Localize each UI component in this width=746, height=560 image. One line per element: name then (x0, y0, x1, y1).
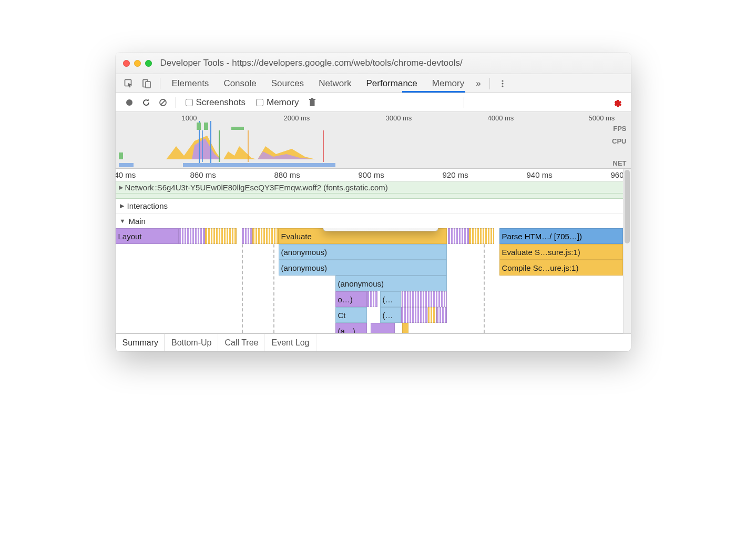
main-label: Main (128, 217, 146, 226)
svg-rect-11 (311, 98, 313, 99)
svg-rect-9 (310, 100, 315, 106)
svg-point-3 (502, 80, 503, 82)
flame-slice[interactable] (448, 228, 469, 244)
checkbox-icon (186, 99, 193, 106)
event-log-tab[interactable]: Event Log (265, 334, 316, 351)
ruler-tick: 960 (611, 170, 624, 179)
flame-slice[interactable] (179, 228, 205, 244)
device-toggle-icon[interactable] (142, 79, 151, 88)
svg-point-4 (502, 83, 503, 84)
flame-slice[interactable] (427, 307, 436, 323)
settings-gear-icon[interactable] (612, 98, 621, 107)
frames-row[interactable] (116, 194, 631, 199)
net-bar (183, 163, 335, 167)
screenshots-checkbox[interactable]: Screenshots (186, 97, 246, 108)
overview-tick: 1000 (182, 114, 197, 122)
flame-slice[interactable] (242, 228, 252, 244)
interactions-label: Interactions (127, 201, 168, 210)
traffic-lights (123, 60, 152, 67)
flame-paren[interactable]: (… (380, 307, 401, 323)
context-menu: Save profile… Load profile… (323, 228, 438, 231)
separator (160, 78, 160, 89)
ruler-tick: 900 ms (359, 170, 384, 179)
svg-rect-18 (231, 127, 244, 130)
flame-ruler[interactable]: 40 ms 860 ms 880 ms 900 ms 920 ms 940 ms… (116, 169, 631, 181)
trash-icon[interactable] (308, 98, 316, 107)
flame-slice[interactable] (401, 291, 447, 307)
timeline-overview[interactable]: 1000 2000 ms 3000 ms 4000 ms 5000 ms FPS… (116, 112, 631, 169)
separator (464, 97, 464, 108)
scrollbar-thumb[interactable] (625, 170, 630, 243)
clear-icon[interactable] (159, 98, 167, 107)
tab-elements[interactable]: Elements (165, 74, 217, 93)
flame-o[interactable]: o…) (335, 291, 367, 307)
ruler-tick: 880 ms (274, 170, 300, 179)
screenshots-label: Screenshots (196, 97, 246, 108)
svg-rect-2 (146, 82, 150, 88)
separator (176, 97, 176, 108)
summary-tab[interactable]: Summary (116, 333, 165, 351)
chevron-right-icon: ▶ (120, 202, 124, 209)
tab-memory[interactable]: Memory (425, 74, 472, 93)
menu-load-profile[interactable]: Load profile… (323, 228, 438, 231)
tab-sources[interactable]: Sources (264, 74, 311, 93)
tab-network[interactable]: Network (311, 74, 359, 93)
interactions-section[interactable]: ▶ Interactions (116, 199, 631, 213)
flame-slice[interactable] (402, 323, 408, 333)
ruler-tick: 40 ms (116, 170, 136, 179)
flame-anonymous[interactable]: (anonymous) (279, 260, 447, 276)
record-icon[interactable] (125, 98, 134, 107)
flame-layout[interactable]: Layout (116, 228, 179, 244)
flame-slice[interactable] (205, 228, 237, 244)
tabs-overflow[interactable]: » (472, 74, 485, 93)
flame-slice[interactable] (436, 307, 447, 323)
call-tree-tab[interactable]: Call Tree (218, 334, 265, 351)
network-row[interactable]: ▶ Network :S6g4U3t-Y5UEw0lE80llgEseQY3FE… (116, 181, 631, 194)
flame-slice[interactable] (469, 228, 494, 244)
flame-a[interactable]: (a…) (335, 323, 367, 333)
svg-point-6 (126, 99, 132, 106)
devtools-window: Developer Tools - https://developers.goo… (116, 53, 631, 351)
tab-console[interactable]: Console (216, 74, 263, 93)
flame-anonymous[interactable]: (anonymous) (335, 276, 447, 291)
main-section[interactable]: ▼ Main (116, 213, 631, 228)
svg-point-5 (502, 85, 503, 87)
detail-tabs: Summary Bottom-Up Call Tree Event Log (116, 333, 631, 351)
ruler-tick: 920 ms (443, 170, 468, 179)
minimize-icon[interactable] (134, 60, 141, 67)
memory-label: Memory (267, 97, 299, 108)
close-icon[interactable] (123, 60, 130, 67)
svg-line-8 (161, 100, 165, 105)
inspect-icon[interactable] (124, 79, 134, 88)
flame-paren[interactable]: (… (380, 291, 401, 307)
net-bar (119, 163, 134, 167)
flame-slice[interactable] (401, 307, 427, 323)
vertical-scrollbar[interactable] (623, 169, 631, 333)
ruler-tick: 860 ms (190, 170, 216, 179)
memory-checkbox[interactable]: Memory (256, 97, 299, 108)
svg-rect-17 (204, 123, 208, 130)
network-row-file: :S6g4U3t-Y5UEw0lE80llgEseQY3FEmqw.woff2 … (155, 183, 388, 192)
network-row-label: Network (125, 183, 154, 192)
chevron-right-icon: ▶ (119, 184, 123, 191)
flame-evaluate-s[interactable]: Evaluate S…sure.js:1) (499, 244, 623, 260)
kebab-menu-icon[interactable] (498, 79, 507, 88)
flame-chart[interactable]: Layout Evaluate Parse HTM…/ [705…]) (ano… (116, 228, 631, 333)
bottom-up-tab[interactable]: Bottom-Up (165, 334, 218, 351)
performance-toolbar: Screenshots Memory (116, 93, 631, 112)
flame-compile-s[interactable]: Compile Sc…ure.js:1) (499, 260, 623, 276)
flame-slice[interactable] (367, 291, 377, 307)
tab-performance[interactable]: Performance (359, 74, 424, 93)
overview-tick: 4000 ms (488, 114, 514, 122)
checkbox-icon (256, 99, 263, 106)
overview-tick: 5000 ms (589, 114, 615, 122)
flame-slice[interactable] (371, 323, 395, 333)
zoom-icon[interactable] (145, 60, 152, 67)
flame-parse-html[interactable]: Parse HTM…/ [705…]) (499, 228, 623, 244)
flame-ct[interactable]: Ct (335, 307, 367, 323)
flame-slice[interactable] (252, 228, 279, 244)
reload-icon[interactable] (142, 98, 150, 107)
fps-bar (231, 127, 244, 130)
flame-anonymous[interactable]: (anonymous) (279, 244, 447, 260)
svg-rect-10 (309, 99, 315, 100)
